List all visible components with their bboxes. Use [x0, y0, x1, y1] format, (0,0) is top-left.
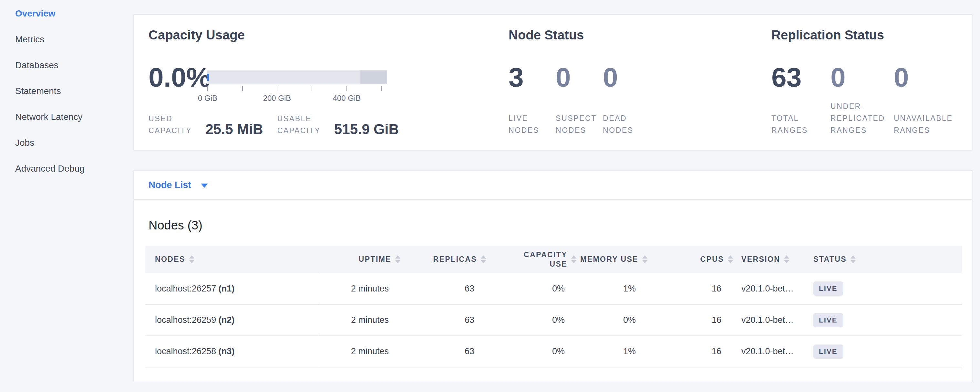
node-list-dropdown[interactable]: Node List [134, 171, 972, 200]
status-cell: LIVE [806, 336, 962, 367]
column-header-replicas[interactable]: REPLICAS [400, 245, 486, 273]
suspect-nodes-label: SUSPECT NODES [556, 112, 603, 136]
axis-tick [207, 86, 208, 91]
column-header-label: STATUS [813, 255, 846, 264]
column-header-label: UPTIME [359, 255, 391, 264]
column-header-label: CAPACITY USE [524, 250, 567, 269]
chevron-down-icon [201, 183, 208, 188]
table-row[interactable]: localhost:26257 (n1) 2 minutes 63 0% 1% … [145, 273, 962, 304]
node-id: (n3) [219, 346, 235, 356]
stat-label-line: DEAD [603, 112, 650, 124]
axis-tick [312, 86, 312, 91]
live-nodes-stat: 3 LIVE NODES [509, 66, 556, 136]
capacity-bar-axis: 0 GiB 200 GiB 400 GiB [207, 84, 387, 107]
stat-label-line: REPLICATED [830, 112, 894, 124]
used-capacity-value: 25.5 MiB [205, 122, 263, 137]
capacity-use-cell: 0% [486, 336, 576, 367]
stat-label-line: SUSPECT [556, 112, 603, 124]
used-capacity-label-line1: USED [148, 113, 192, 125]
sidebar-item-network-latency[interactable]: Network Latency [0, 104, 134, 130]
total-ranges-label: TOTAL RANGES [772, 112, 830, 136]
sort-icon [481, 255, 486, 263]
sort-icon [395, 255, 400, 263]
replicas-cell: 63 [400, 304, 486, 336]
column-header-label: CPUS [700, 255, 724, 264]
node-status-stats: 3 LIVE NODES 0 SUSPECT NODES 0 DEAD NODE… [509, 66, 650, 136]
memory-use-cell: 1% [576, 336, 648, 367]
version-cell: v20.1.0-bet… [733, 273, 806, 304]
axis-tick-label: 0 GiB [198, 94, 217, 103]
column-header-line: USE [524, 260, 567, 269]
memory-use-cell: 1% [576, 273, 648, 304]
sort-icon [728, 255, 733, 263]
unavailable-ranges-value: 0 [894, 66, 957, 88]
sidebar-item-label: Overview [15, 8, 56, 19]
stat-label-line: TOTAL [772, 112, 830, 124]
stat-label-line: NODES [509, 124, 556, 136]
status-cell: LIVE [806, 304, 962, 336]
unavailable-ranges-label: UNAVAILABLE RANGES [894, 112, 957, 136]
sidebar-item-metrics[interactable]: Metrics [0, 27, 134, 53]
column-header-cpus[interactable]: CPUS [648, 245, 733, 273]
column-header-memory-use[interactable]: MEMORY USE [576, 245, 648, 273]
sort-icon [642, 255, 648, 263]
axis-tick-label: 400 GiB [333, 94, 361, 103]
column-header-nodes[interactable]: NODES [145, 245, 320, 273]
column-header-version[interactable]: VERSION [733, 245, 806, 273]
replication-status-section: Replication Status 63 TOTAL RANGES 0 UND… [772, 15, 965, 150]
capacity-bar [207, 70, 387, 84]
total-ranges-value: 63 [772, 66, 830, 88]
usable-capacity-label-line2: CAPACITY [277, 125, 321, 137]
sidebar-item-advanced-debug[interactable]: Advanced Debug [0, 156, 134, 182]
sidebar-item-label: Databases [15, 60, 59, 70]
node-address-cell[interactable]: localhost:26259 (n2) [145, 304, 320, 336]
sidebar-item-databases[interactable]: Databases [0, 53, 134, 78]
stat-label-line: RANGES [894, 124, 957, 136]
sidebar-item-statements[interactable]: Statements [0, 78, 134, 104]
column-header-uptime[interactable]: UPTIME [320, 245, 400, 273]
status-badge: LIVE [813, 313, 843, 327]
node-status-title: Node Status [509, 28, 767, 42]
status-badge: LIVE [813, 344, 843, 359]
sidebar-item-jobs[interactable]: Jobs [0, 130, 134, 156]
column-header-label: VERSION [741, 255, 780, 264]
live-nodes-label: LIVE NODES [509, 112, 556, 136]
sidebar-item-overview[interactable]: Overview [0, 1, 134, 27]
node-status-section: Node Status 3 LIVE NODES 0 SUSPECT NODES… [509, 15, 767, 150]
capacity-usage-title: Capacity Usage [148, 28, 504, 42]
version-cell: v20.1.0-bet… [733, 336, 806, 367]
table-row[interactable]: localhost:26259 (n2) 2 minutes 63 0% 0% … [145, 304, 962, 336]
table-row[interactable]: localhost:26258 (n3) 2 minutes 63 0% 1% … [145, 336, 962, 367]
under-replicated-ranges-value: 0 [830, 66, 894, 88]
dead-nodes-value: 0 [603, 66, 650, 88]
sort-icon [189, 255, 194, 263]
capacity-gauge: 0.0% 0 GiB 200 GiB 400 GiB [148, 66, 387, 107]
axis-tick [242, 86, 243, 91]
sort-icon [851, 255, 856, 263]
stat-label-line: NODES [556, 124, 603, 136]
stat-label-line: UNDER- [830, 100, 894, 112]
capacity-bar-block: 0 GiB 200 GiB 400 GiB [207, 70, 387, 107]
usable-capacity-label-line1: USABLE [277, 113, 321, 125]
node-address-cell[interactable]: localhost:26257 (n1) [145, 273, 320, 304]
sidebar: Overview Metrics Databases Statements Ne… [0, 0, 134, 392]
cluster-summary-card: Capacity Usage 0.0% 0 GiB 200 GiB 400 [134, 14, 972, 151]
axis-tick [277, 86, 277, 91]
node-id: (n1) [219, 284, 235, 293]
node-address-cell[interactable]: localhost:26258 (n3) [145, 336, 320, 367]
sort-icon [571, 255, 576, 263]
sidebar-item-label: Statements [15, 86, 61, 96]
cpus-cell: 16 [648, 273, 733, 304]
capacity-usage-section: Capacity Usage 0.0% 0 GiB 200 GiB 400 [148, 15, 504, 150]
cpus-cell: 16 [648, 304, 733, 336]
axis-tick [347, 86, 347, 91]
nodes-column-divider [320, 273, 320, 367]
uptime-cell: 2 minutes [320, 273, 400, 304]
under-replicated-ranges-label: UNDER- REPLICATED RANGES [830, 100, 894, 136]
usable-capacity-value: 515.9 GiB [334, 122, 399, 137]
column-header-status[interactable]: STATUS [806, 245, 962, 273]
replicas-cell: 63 [400, 336, 486, 367]
column-header-capacity-use[interactable]: CAPACITY USE [486, 245, 576, 273]
sidebar-item-label: Jobs [15, 138, 34, 148]
dead-nodes-label: DEAD NODES [603, 112, 650, 136]
